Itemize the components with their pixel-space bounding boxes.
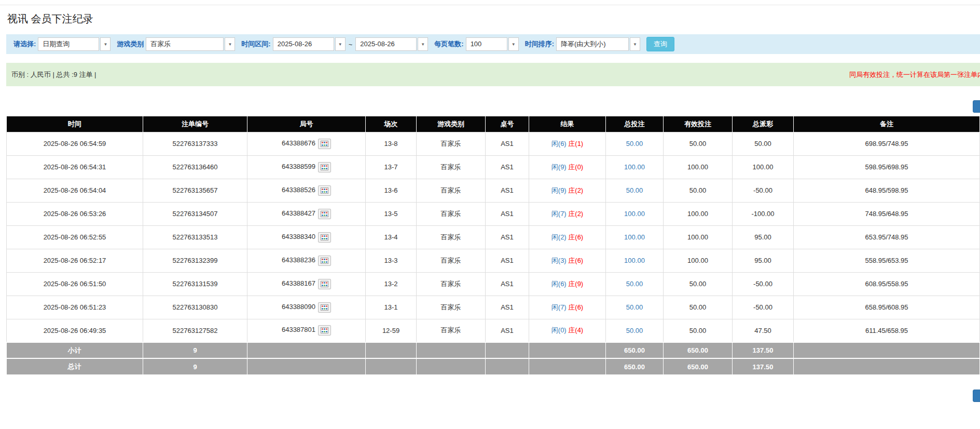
session-cell: 13-7 [366, 155, 417, 179]
roadmap-icon-button[interactable] [318, 232, 331, 243]
total-bet-link[interactable]: 100.00 [624, 210, 645, 218]
game-type-value[interactable]: 百家乐 [146, 37, 224, 51]
bet-id-cell: 522763137333 [143, 132, 247, 155]
valid-bet-cell: 50.00 [664, 272, 733, 296]
sum-count: 9 [143, 358, 247, 374]
roadmap-icon-button[interactable] [318, 209, 331, 219]
chevron-down-icon[interactable]: ▼ [100, 37, 111, 51]
roadmap-icon-button[interactable] [318, 162, 331, 172]
date-to-value[interactable]: 2025-08-26 [355, 37, 417, 51]
sort-value[interactable]: 降幂(由大到小) [556, 37, 629, 51]
session-cell: 13-5 [366, 202, 417, 225]
time-cell: 2025-08-26 06:54:31 [7, 155, 143, 179]
total-bet-link[interactable]: 50.00 [626, 140, 643, 148]
valid-bet-cell: 50.00 [664, 296, 733, 319]
search-button[interactable]: 查询 [646, 37, 674, 51]
game-type-select[interactable]: 百家乐 ▼ [146, 37, 235, 51]
column-header: 有效投注 [664, 116, 733, 132]
roadmap-icon-button[interactable] [318, 325, 331, 336]
player-result: 闲(6) [551, 140, 567, 148]
note-cell: 598.95/698.95 [794, 155, 980, 179]
roadmap-icon-button[interactable] [318, 279, 331, 289]
valid-bet-cell: 50.00 [664, 132, 733, 155]
chevron-down-icon[interactable]: ▼ [630, 37, 640, 51]
sum-count: 9 [143, 342, 247, 358]
result-cell: 闲(9) 庄(2) [529, 179, 606, 202]
sort-select[interactable]: 降幂(由大到小) ▼ [556, 37, 640, 51]
game-type-label: 游戏类别 [117, 39, 144, 49]
chevron-down-icon[interactable]: ▼ [225, 37, 235, 51]
time-cell: 2025-08-26 06:51:50 [7, 272, 143, 296]
banker-result: 庄(9) [568, 280, 583, 288]
sum-empty [247, 358, 366, 374]
column-header: 时间 [7, 116, 143, 132]
pagination-button[interactable] [973, 100, 980, 113]
date-range-tilde: ~ [348, 41, 354, 48]
table-no-cell: AS1 [486, 132, 529, 155]
sum-empty [486, 342, 529, 358]
total-bet-cell: 50.00 [606, 179, 664, 202]
date-query-select[interactable]: 日期查询 ▼ [38, 37, 111, 51]
header-row: 时间注单编号局号场次游戏类别桌号结果总投注有效投注总派彩备注 [7, 116, 980, 132]
chevron-down-icon[interactable]: ▼ [508, 37, 519, 51]
valid-bet-cell: 100.00 [664, 249, 733, 272]
round-id: 643388090 [282, 303, 315, 311]
round-id: 643388427 [282, 209, 315, 217]
total-bet-link[interactable]: 50.00 [626, 186, 643, 194]
date-from-picker[interactable]: 2025-08-26 ▼ [273, 37, 346, 51]
total-bet-link[interactable]: 50.00 [626, 280, 643, 288]
result-cell: 闲(7) 庄(2) [529, 202, 606, 225]
round-id: 643388340 [282, 233, 315, 240]
player-result: 闲(3) [551, 257, 567, 264]
player-result: 闲(9) [551, 186, 567, 194]
session-cell: 12-59 [366, 319, 417, 342]
payout-cell: 95.00 [733, 249, 794, 272]
sort-label: 时间排序: [525, 39, 554, 49]
table-row: 2025-08-26 06:49:35522763127582643387801… [7, 319, 980, 342]
total-bet-link[interactable]: 100.00 [624, 257, 645, 264]
round-id: 643388676 [282, 139, 315, 147]
date-from-value[interactable]: 2025-08-26 [273, 37, 334, 51]
date-query-value[interactable]: 日期查询 [38, 37, 99, 51]
roadmap-icon-button[interactable] [318, 139, 331, 149]
note-cell: 653.95/748.95 [794, 225, 980, 249]
player-result: 闲(7) [551, 303, 567, 311]
result-cell: 闲(7) 庄(6) [529, 296, 606, 319]
page-size-value[interactable]: 100 [466, 37, 507, 51]
table-no-cell: AS1 [486, 249, 529, 272]
sum-empty [417, 342, 486, 358]
total-bet-link[interactable]: 100.00 [624, 163, 645, 171]
roadmap-icon-button[interactable] [318, 185, 331, 196]
player-result: 闲(2) [551, 233, 567, 241]
table-row: 2025-08-26 06:54:04522763135657643388526… [7, 179, 980, 202]
bet-id-cell: 522763134507 [143, 202, 247, 225]
player-result: 闲(0) [551, 326, 567, 334]
pagination-button[interactable] [973, 390, 980, 402]
page-size-select[interactable]: 100 ▼ [466, 37, 519, 51]
valid-bet-notice: 同局有效投注，统一计算在该局第一张注单内 [849, 70, 980, 79]
chevron-down-icon[interactable]: ▼ [418, 37, 428, 51]
total-bet-cell: 100.00 [606, 249, 664, 272]
session-cell: 13-1 [366, 296, 417, 319]
chevron-down-icon[interactable]: ▼ [335, 37, 346, 51]
total-bet-cell: 100.00 [606, 202, 664, 225]
valid-bet-cell: 50.00 [664, 179, 733, 202]
column-header: 结果 [529, 116, 606, 132]
table-no-cell: AS1 [486, 155, 529, 179]
round-cell: 643387801 [247, 319, 366, 342]
total-bet-link[interactable]: 50.00 [626, 303, 643, 311]
total-row: 总计9650.00650.00137.50 [7, 358, 980, 374]
payout-cell: -50.00 [733, 179, 794, 202]
round-id: 643388526 [282, 186, 315, 194]
sum-empty [247, 342, 366, 358]
total-bet-link[interactable]: 100.00 [624, 233, 645, 241]
time-cell: 2025-08-26 06:52:17 [7, 249, 143, 272]
sum-valid-bet: 650.00 [664, 342, 733, 358]
round-cell: 643388599 [247, 155, 366, 179]
sum-total-bet: 650.00 [606, 342, 664, 358]
roadmap-icon-button[interactable] [318, 256, 331, 266]
round-cell: 643388427 [247, 202, 366, 225]
total-bet-link[interactable]: 50.00 [626, 327, 643, 334]
roadmap-icon-button[interactable] [318, 302, 331, 313]
date-to-picker[interactable]: 2025-08-26 ▼ [355, 37, 428, 51]
